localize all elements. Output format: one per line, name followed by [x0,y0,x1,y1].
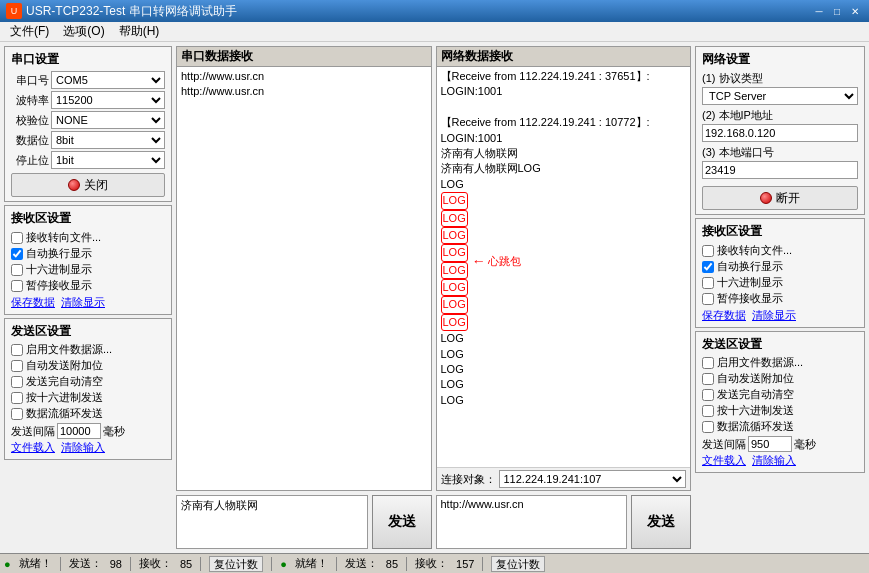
network-recv-header: 网络数据接收 [437,47,691,67]
right-recv-links: 保存数据 清除显示 [702,308,858,323]
network-send-button[interactable]: 发送 [631,495,691,549]
serial-send-button[interactable]: 发送 [372,495,432,549]
right-auto-newline-label: 自动换行显示 [717,259,783,274]
parity-select[interactable]: NONE [51,111,165,129]
left-send-settings-panel: 发送区设置 启用文件数据源... 自动发送附加位 发送完自动清空 按十六进制发送… [4,318,172,460]
serial-line-2: http://www.usr.cn [181,84,427,99]
right-auto-newline-checkbox[interactable] [702,261,714,273]
left-auto-clear-checkbox[interactable] [11,376,23,388]
right-pause-recv-row: 暂停接收显示 [702,291,858,306]
network-settings-title: 网络设置 [702,51,858,68]
right-file-load-link[interactable]: 文件载入 [702,453,746,468]
data-bits-row: 数据位 8bit [11,131,165,149]
right-hex-display-label: 十六进制显示 [717,275,783,290]
left-pause-recv-checkbox[interactable] [11,280,23,292]
protocol-select[interactable]: TCP Server [702,87,858,105]
right-recv-to-file-label: 接收转向文件... [717,243,792,258]
right-hex-send-checkbox[interactable] [702,405,714,417]
network-send-input[interactable]: http://www.usr.cn [436,495,628,549]
left-recv-to-file-checkbox[interactable] [11,232,23,244]
left-loop-send-checkbox[interactable] [11,408,23,420]
left-file-source-row: 启用文件数据源... [11,342,165,357]
window-controls[interactable]: ─ □ ✕ [811,4,863,18]
baud-rate-select[interactable]: 115200 [51,91,165,109]
close-button[interactable]: ✕ [847,4,863,18]
left-reset-button[interactable]: 复位计数 [209,556,263,572]
menu-options[interactable]: 选项(O) [57,22,110,41]
left-auto-clear-label: 发送完自动清空 [26,374,103,389]
left-recv-value: 85 [180,558,192,570]
status-bar: ● 就绪！ 发送： 98 接收： 85 复位计数 ● 就绪！ 发送： 85 接收… [0,553,869,573]
left-hex-display-row: 十六进制显示 [11,262,165,277]
right-save-data-link[interactable]: 保存数据 [702,308,746,323]
right-file-source-checkbox[interactable] [702,357,714,369]
parity-row: 校验位 NONE [11,111,165,129]
left-auto-append-checkbox[interactable] [11,360,23,372]
left-hex-send-label: 按十六进制发送 [26,390,103,405]
protocol-label: (1) 协议类型 [702,71,858,86]
left-interval-row: 发送间隔 毫秒 [11,423,165,439]
right-recv-settings-title: 接收区设置 [702,223,858,240]
net-log-circled-group: LOG LOG LOG LOG LOG LOG LOG LOG [441,192,468,331]
local-port-input[interactable] [702,161,858,179]
title-bar: U USR-TCP232-Test 串口转网络调试助手 ─ □ ✕ [0,0,869,22]
left-file-load-link[interactable]: 文件载入 [11,440,55,455]
right-interval-label: 发送间隔 [702,437,746,452]
serial-port-row: 串口号 COM5 [11,71,165,89]
right-interval-input[interactable] [748,436,792,452]
right-loop-send-checkbox[interactable] [702,421,714,433]
left-clear-input-link[interactable]: 清除输入 [61,440,105,455]
menu-help[interactable]: 帮助(H) [113,22,166,41]
net-line-7: 济南有人物联网LOG [441,161,687,176]
status-divider-4 [271,557,272,571]
right-ready-icon: ● [280,558,287,570]
left-save-data-link[interactable]: 保存数据 [11,295,55,310]
heartbeat-annotation: ← 心跳包 [472,252,521,272]
left-hex-display-checkbox[interactable] [11,264,23,276]
right-send-settings-title: 发送区设置 [702,336,858,353]
serial-close-button[interactable]: 关闭 [11,173,165,197]
left-file-source-checkbox[interactable] [11,344,23,356]
connect-target-label: 连接对象： [441,472,496,487]
left-auto-newline-checkbox[interactable] [11,248,23,260]
data-bits-select[interactable]: 8bit [51,131,165,149]
right-pause-recv-checkbox[interactable] [702,293,714,305]
network-disconnect-button[interactable]: 断开 [702,186,858,210]
right-auto-clear-checkbox[interactable] [702,389,714,401]
local-ip-input[interactable] [702,124,858,142]
net-log-circled-6: LOG [441,279,468,296]
left-recv-to-file-row: 接收转向文件... [11,230,165,245]
left-interval-input[interactable] [57,423,101,439]
right-reset-button[interactable]: 复位计数 [491,556,545,572]
right-recv-to-file-checkbox[interactable] [702,245,714,257]
status-divider-7 [482,557,483,571]
net-line-final-5: LOG [441,393,687,408]
serial-send-input[interactable]: 济南有人物联网 [176,495,368,549]
left-pause-recv-row: 暂停接收显示 [11,278,165,293]
status-divider-1 [60,557,61,571]
net-log-circled-8: LOG [441,314,468,331]
maximize-button[interactable]: □ [829,4,845,18]
right-auto-clear-row: 发送完自动清空 [702,387,858,402]
serial-port-select[interactable]: COM5 [51,71,165,89]
right-hex-display-checkbox[interactable] [702,277,714,289]
left-auto-clear-row: 发送完自动清空 [11,374,165,389]
right-send-links: 文件载入 清除输入 [702,453,858,468]
stop-bits-select[interactable]: 1bit [51,151,165,169]
net-line-1: 【Receive from 112.224.19.241 : 37651】: [441,69,687,84]
right-auto-append-checkbox[interactable] [702,373,714,385]
connect-target-select[interactable]: 112.224.19.241:107 [499,470,687,488]
menu-file[interactable]: 文件(F) [4,22,55,41]
left-recv-settings-title: 接收区设置 [11,210,165,227]
net-line-6: 济南有人物联网 [441,146,687,161]
left-hex-send-checkbox[interactable] [11,392,23,404]
left-auto-newline-row: 自动换行显示 [11,246,165,261]
right-clear-display-link[interactable]: 清除显示 [752,308,796,323]
minimize-button[interactable]: ─ [811,4,827,18]
right-ready-text: 就绪！ [295,556,328,571]
left-clear-display-link[interactable]: 清除显示 [61,295,105,310]
right-clear-input-link[interactable]: 清除输入 [752,453,796,468]
left-auto-append-label: 自动发送附加位 [26,358,103,373]
heartbeat-arrow-icon: ← [472,252,486,272]
right-recv-settings-panel: 接收区设置 接收转向文件... 自动换行显示 十六进制显示 暂停接收显示 保存数… [695,218,865,328]
